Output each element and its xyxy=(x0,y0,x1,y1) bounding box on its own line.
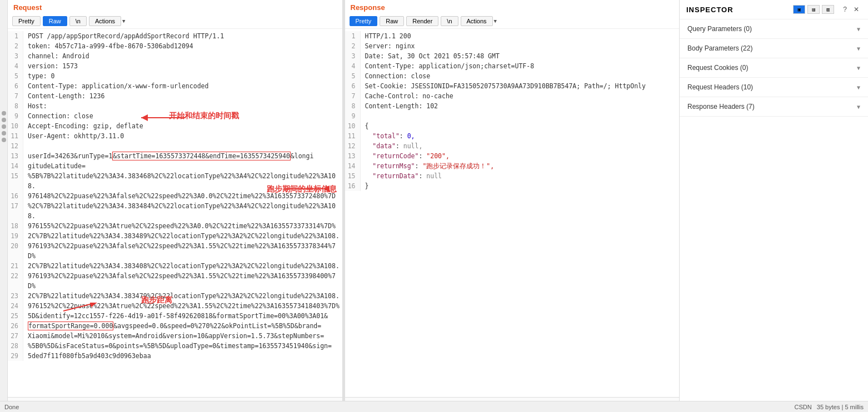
line-content: 976148%2C%22puase%22%3Afalse%2C%22speed%… xyxy=(23,191,342,201)
request-code-area[interactable]: 1POST /app/appSportRecord/appAddSportRec… xyxy=(8,29,342,363)
request-raw-btn[interactable]: Raw xyxy=(43,16,67,26)
response-line: 2Server: nginx xyxy=(345,41,680,51)
line-content: formatSportRange=0.000&avgspeed=0.0&spee… xyxy=(23,321,342,331)
status-bar: Done CSDN 35 bytes | 5 millis xyxy=(0,401,868,412)
line-number: 1 xyxy=(8,31,23,41)
inspector-layout-btn-2[interactable]: ▤ xyxy=(807,5,820,14)
request-newline-btn[interactable]: \n xyxy=(69,16,87,26)
line-number: 13 xyxy=(8,151,23,161)
response-line: 15 "returnData": null xyxy=(345,171,680,181)
request-line: 192C%7B%22latitude%22%3A34.383489%2C%22l… xyxy=(8,231,342,241)
request-line: 17%2C%7B%22latitude%22%3A34.383484%2C%22… xyxy=(8,201,342,221)
line-number: 16 xyxy=(8,191,23,201)
response-raw-btn[interactable]: Raw xyxy=(380,16,404,26)
inspector-query-params[interactable]: Query Parameters (0) ▼ xyxy=(680,19,868,39)
line-number: 4 xyxy=(8,61,23,71)
response-newline-btn[interactable]: \n xyxy=(441,16,458,26)
request-line: 8Host: xyxy=(8,101,342,111)
line-content: "data": null, xyxy=(361,141,680,151)
request-actions-btn[interactable]: Actions xyxy=(89,16,121,26)
line-content: Date: Sat, 30 Oct 2021 05:57:48 GMT xyxy=(361,51,680,61)
line-content: Host: xyxy=(23,101,342,111)
response-line: 8Content-Length: 102 xyxy=(345,101,680,111)
request-headers-chevron-icon: ▼ xyxy=(857,84,860,91)
inspector-layout-btn-3[interactable]: ▥ xyxy=(822,5,834,14)
response-line: 11 "total": 0, xyxy=(345,131,680,141)
line-number: 17 xyxy=(8,201,23,221)
status-csdn-label: CSDN xyxy=(794,404,811,410)
inspector-request-headers[interactable]: Request Headers (10) ▼ xyxy=(680,78,868,97)
line-number: 6 xyxy=(345,81,361,91)
line-number: 2 xyxy=(8,41,23,51)
line-content: Accept-Encoding: gzip, deflate xyxy=(23,121,342,131)
request-code-wrap: 开始和结束的时间戳 跑步期间的坐标信息 跑步距离 xyxy=(8,29,342,397)
inspector-layout-btn-1[interactable]: ▣ xyxy=(793,5,805,14)
line-content: token: 4b57c71a-a999-4fbe-8670-5306abd12… xyxy=(23,41,342,51)
inspector-body-params[interactable]: Body Parameters (22) ▼ xyxy=(680,39,868,58)
response-actions-chevron-icon: ▼ xyxy=(494,18,497,24)
line-number: 3 xyxy=(8,51,23,61)
request-line: 12 xyxy=(8,141,342,151)
line-content: 976155%2C%22puase%22%3Atrue%2C%22speed%2… xyxy=(23,221,342,231)
response-render-btn[interactable]: Render xyxy=(406,16,438,26)
line-content: 976193%2C%22puase%22%3Afalse%2C%22speed%… xyxy=(23,271,342,291)
request-pretty-btn[interactable]: Pretty xyxy=(12,16,41,26)
request-actions-group: Actions ▼ xyxy=(89,16,126,26)
line-content: type: 0 xyxy=(23,71,342,81)
request-toolbar: Pretty Raw \n Actions ▼ xyxy=(8,14,342,29)
indicator-dot xyxy=(2,131,6,135)
line-content: POST /app/appSportRecord/appAddSportReco… xyxy=(23,31,342,41)
response-pretty-btn[interactable]: Pretty xyxy=(350,16,378,26)
inspector-response-headers-label: Response Headers (7) xyxy=(687,103,755,110)
line-content: Connection: close xyxy=(361,71,680,81)
line-number: 19 xyxy=(8,231,23,241)
line-content: userId=34263&runType=1&startTime=1635573… xyxy=(23,151,342,161)
response-line: 9 xyxy=(345,111,680,121)
status-left: Done xyxy=(4,404,19,410)
line-number: 10 xyxy=(345,121,361,131)
request-line: 3channel: Android xyxy=(8,51,342,61)
line-content: 976152%2C%22puase%22%3Atrue%2C%22speed%2… xyxy=(23,301,342,311)
line-content: %5B0%5D&isFaceStatus=0&points=%5B%5D&upl… xyxy=(23,341,342,351)
line-number: 22 xyxy=(8,271,23,291)
request-line: 28%5B0%5D&isFaceStatus=0&points=%5B%5D&u… xyxy=(8,341,342,351)
line-content: gitudeLatitude= xyxy=(23,161,342,171)
line-number: 4 xyxy=(345,61,361,71)
line-content: 5ded7f11f080fb5a9d403c9d0963ebaa xyxy=(23,351,342,361)
line-number: 27 xyxy=(8,331,23,341)
line-content: 2C%7B%22latitude%22%3A34.383479%2C%22loc… xyxy=(23,291,342,301)
request-line: 15%5B%7B%22latitude%22%3A34.383468%2C%22… xyxy=(8,171,342,191)
response-actions-btn[interactable]: Actions xyxy=(461,16,493,26)
line-content: "returnCode": "200", xyxy=(361,151,680,161)
response-code-area[interactable]: 1HTTP/1.1 2002Server: nginx3Date: Sat, 3… xyxy=(345,29,680,397)
indicator-dot xyxy=(2,124,6,129)
line-number: 1 xyxy=(345,31,361,41)
inspector-response-headers[interactable]: Response Headers (7) ▼ xyxy=(680,97,868,117)
request-line: 27Xiaomi&model=Mi%2010&system=Android&ve… xyxy=(8,331,342,341)
line-number: 21 xyxy=(8,261,23,271)
actions-chevron-icon: ▼ xyxy=(122,18,125,24)
request-line: 18976155%2C%22puase%22%3Atrue%2C%22speed… xyxy=(8,221,342,231)
line-number: 7 xyxy=(8,91,23,101)
line-content: "total": 0, xyxy=(361,131,680,141)
inspector-body-params-label: Body Parameters (22) xyxy=(687,44,752,52)
line-content: 2C%7B%22latitude%22%3A34.383408%2C%22loc… xyxy=(23,261,342,271)
request-line: 6Content-Type: application/x-www-form-ur… xyxy=(8,81,342,91)
request-line: 13userId=34263&runType=1&startTime=16355… xyxy=(8,151,342,161)
line-number: 11 xyxy=(345,131,361,141)
line-number: 11 xyxy=(8,131,23,141)
inspector-close-icon[interactable]: ✕ xyxy=(851,4,861,14)
line-content: version: 1573 xyxy=(23,61,342,71)
line-content: 976193%2C%22puase%22%3Afalse%2C%22speed%… xyxy=(23,241,342,261)
inspector-help-icon[interactable]: ? xyxy=(841,4,849,14)
request-line: 2token: 4b57c71a-a999-4fbe-8670-5306abd1… xyxy=(8,41,342,51)
line-content: } xyxy=(361,181,680,191)
request-line: 26formatSportRange=0.000&avgspeed=0.0&sp… xyxy=(8,321,342,331)
request-cookies-chevron-icon: ▼ xyxy=(857,65,860,71)
request-line: 24976152%2C%22puase%22%3Atrue%2C%22speed… xyxy=(8,301,342,311)
response-line: 10{ xyxy=(345,121,680,131)
line-content: 2C%7B%22latitude%22%3A34.383489%2C%22loc… xyxy=(23,231,342,241)
line-number: 16 xyxy=(345,181,361,191)
inspector-request-cookies[interactable]: Request Cookies (0) ▼ xyxy=(680,58,868,78)
line-number: 5 xyxy=(8,71,23,81)
